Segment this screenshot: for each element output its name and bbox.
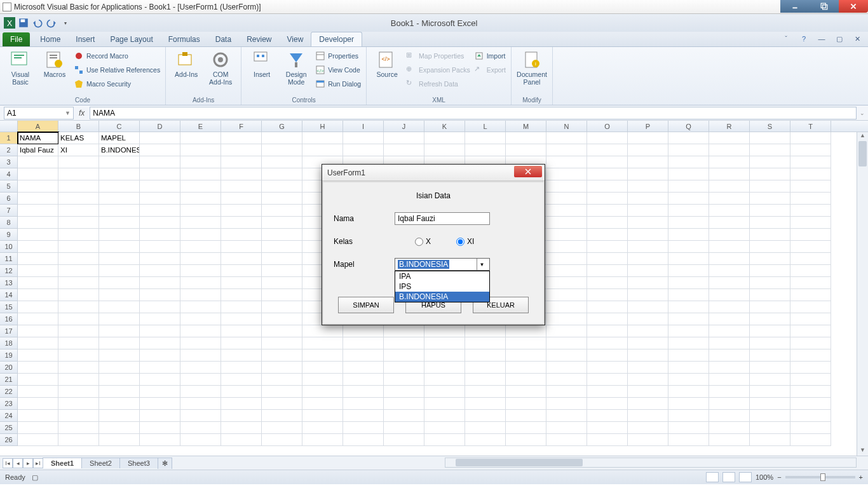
cell[interactable] — [587, 229, 628, 241]
cell[interactable] — [221, 337, 262, 349]
row-header[interactable]: 10 — [0, 241, 18, 253]
cell[interactable] — [140, 410, 180, 422]
page-break-view-button[interactable] — [739, 472, 752, 482]
cell[interactable]: B.INDONESIA — [99, 144, 140, 156]
cell[interactable] — [587, 265, 628, 277]
cell[interactable] — [546, 144, 587, 156]
new-sheet-button[interactable]: ✻ — [158, 458, 172, 469]
cell[interactable] — [262, 132, 302, 144]
row-header[interactable]: 18 — [0, 337, 18, 349]
column-header[interactable]: M — [506, 121, 546, 132]
cell[interactable] — [99, 386, 140, 398]
tab-formulas[interactable]: Formulas — [161, 32, 208, 46]
cell[interactable] — [465, 362, 506, 374]
cell[interactable] — [506, 349, 546, 362]
row-header[interactable]: 20 — [0, 362, 18, 374]
cell[interactable] — [343, 325, 384, 337]
cell[interactable]: Iqbal Fauz — [18, 144, 58, 156]
sheet-first-icon[interactable]: I◂ — [3, 458, 13, 468]
cell[interactable] — [18, 386, 58, 398]
sheet-tab-sheet3[interactable]: Sheet3 — [119, 458, 158, 468]
cell[interactable] — [790, 277, 831, 289]
sheet-next-icon[interactable]: ▸ — [23, 458, 33, 468]
cell[interactable] — [709, 156, 750, 168]
cell[interactable] — [262, 325, 302, 337]
cell[interactable] — [99, 422, 140, 434]
cell[interactable] — [750, 205, 790, 217]
maximize-button[interactable] — [810, 0, 839, 13]
row-header[interactable]: 1 — [0, 132, 18, 144]
cell[interactable] — [384, 132, 424, 144]
cell[interactable] — [546, 362, 587, 374]
cell[interactable] — [506, 410, 546, 422]
cell[interactable] — [668, 410, 709, 422]
cell[interactable]: XI — [58, 144, 99, 156]
cell[interactable] — [221, 253, 262, 265]
cell[interactable] — [628, 313, 668, 325]
cell[interactable] — [99, 217, 140, 229]
cell[interactable] — [628, 180, 668, 193]
cell[interactable] — [587, 434, 628, 446]
use-relative-button[interactable]: Use Relative References — [74, 64, 160, 76]
cell[interactable] — [18, 193, 58, 205]
cell[interactable] — [140, 217, 180, 229]
cell[interactable] — [99, 434, 140, 446]
cell[interactable] — [262, 168, 302, 180]
row-header[interactable]: 11 — [0, 253, 18, 265]
mapel-option-ipa[interactable]: IPA — [395, 271, 489, 281]
cell[interactable] — [790, 386, 831, 398]
cell[interactable] — [506, 325, 546, 337]
cell[interactable] — [99, 265, 140, 277]
cell[interactable] — [668, 217, 709, 229]
cell[interactable] — [302, 362, 343, 374]
tab-page-layout[interactable]: Page Layout — [102, 32, 160, 46]
cell[interactable] — [587, 217, 628, 229]
cell[interactable] — [668, 205, 709, 217]
tab-view[interactable]: View — [280, 32, 311, 46]
cell[interactable] — [99, 168, 140, 180]
cell[interactable] — [343, 132, 384, 144]
row-header[interactable]: 4 — [0, 168, 18, 180]
cell[interactable] — [140, 313, 180, 325]
cell[interactable] — [587, 349, 628, 362]
cell[interactable] — [750, 144, 790, 156]
column-header[interactable]: B — [58, 121, 99, 132]
cell[interactable] — [587, 180, 628, 193]
cell[interactable] — [384, 337, 424, 349]
cell[interactable] — [180, 362, 221, 374]
cell[interactable] — [140, 168, 180, 180]
cell[interactable] — [302, 132, 343, 144]
cell[interactable] — [99, 289, 140, 301]
tab-insert[interactable]: Insert — [68, 32, 102, 46]
cell[interactable] — [790, 337, 831, 349]
cell[interactable] — [140, 349, 180, 362]
column-header[interactable]: D — [140, 121, 180, 132]
cell[interactable] — [709, 374, 750, 386]
cell[interactable] — [465, 374, 506, 386]
cell[interactable] — [750, 168, 790, 180]
cell[interactable] — [790, 362, 831, 374]
cell[interactable] — [384, 386, 424, 398]
column-header[interactable]: Q — [668, 121, 709, 132]
kelas-xi-radio[interactable]: XI — [456, 237, 474, 246]
cell[interactable] — [262, 422, 302, 434]
cell[interactable] — [628, 144, 668, 156]
cell[interactable] — [587, 398, 628, 410]
cell[interactable] — [790, 168, 831, 180]
cell[interactable] — [221, 132, 262, 144]
row-header[interactable]: 26 — [0, 434, 18, 446]
cell[interactable] — [58, 180, 99, 193]
cell[interactable] — [302, 144, 343, 156]
select-all-corner[interactable] — [0, 121, 18, 132]
cell[interactable] — [424, 362, 465, 374]
cell[interactable] — [668, 168, 709, 180]
cell[interactable] — [709, 349, 750, 362]
cell[interactable] — [709, 229, 750, 241]
cell[interactable] — [302, 410, 343, 422]
cell[interactable] — [506, 337, 546, 349]
cell[interactable] — [58, 301, 99, 313]
cell[interactable] — [628, 132, 668, 144]
cell[interactable] — [18, 205, 58, 217]
cell[interactable] — [221, 168, 262, 180]
com-addins-button[interactable]: COM Add-Ins — [205, 50, 236, 86]
